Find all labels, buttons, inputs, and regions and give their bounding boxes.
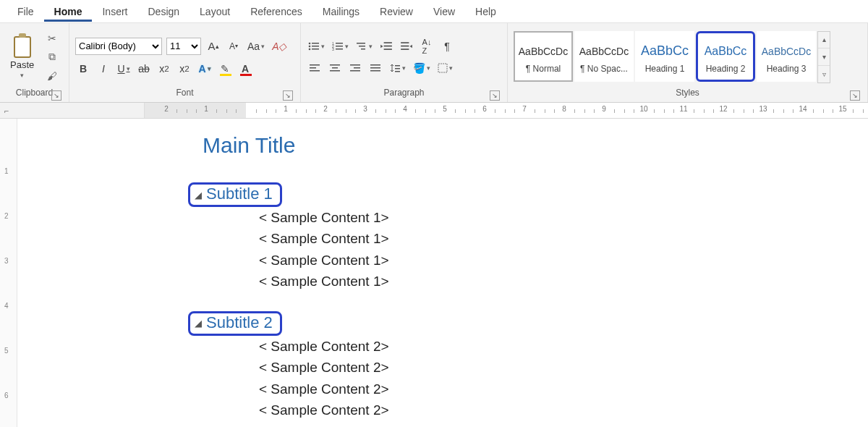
justify-button[interactable] bbox=[367, 60, 383, 76]
vertical-ruler[interactable]: 123456 bbox=[0, 119, 17, 427]
tab-file[interactable]: File bbox=[7, 1, 44, 21]
underline-button[interactable]: U bbox=[116, 61, 132, 77]
content-line[interactable]: < Sample Content 1> bbox=[259, 250, 796, 271]
svg-rect-29 bbox=[350, 64, 360, 66]
section-2: ◢ Subtitle 2 < Sample Content 2> < Sampl… bbox=[203, 311, 796, 421]
style-heading-3[interactable]: AaBbCcDc Heading 3 bbox=[757, 31, 816, 82]
content-line[interactable]: < Sample Content 2> bbox=[259, 379, 796, 399]
style-heading-1[interactable]: AaBbCc Heading 1 bbox=[635, 31, 694, 82]
tab-view[interactable]: View bbox=[423, 1, 465, 21]
content-line[interactable]: < Sample Content 1> bbox=[259, 207, 796, 228]
content-line[interactable]: < Sample Content 1> bbox=[259, 228, 796, 249]
decrease-font-icon[interactable]: A▾ bbox=[226, 38, 242, 54]
collapse-icon[interactable]: ◢ bbox=[195, 318, 202, 329]
content-line[interactable]: < Sample Content 2> bbox=[259, 399, 796, 420]
format-painter-icon[interactable]: 🖌 bbox=[46, 69, 59, 83]
subtitle-text[interactable]: Subtitle 2 bbox=[206, 313, 273, 332]
tab-review[interactable]: Review bbox=[370, 1, 423, 21]
ruler-corner: ⌐ bbox=[0, 103, 145, 118]
content-line[interactable]: < Sample Content 2> bbox=[259, 336, 796, 357]
align-right-button[interactable] bbox=[347, 60, 363, 76]
sort-button[interactable]: A↓Z bbox=[419, 38, 435, 54]
style-name-label: ¶ Normal bbox=[526, 64, 561, 74]
text-effects-button[interactable]: A bbox=[197, 61, 213, 77]
numbering-button[interactable]: 123 bbox=[331, 38, 350, 54]
style-heading-2[interactable]: AaBbCc Heading 2 bbox=[696, 31, 755, 82]
cut-icon[interactable]: ✂ bbox=[46, 32, 59, 45]
svg-rect-31 bbox=[350, 70, 360, 72]
style-name-label: ¶ No Spac... bbox=[580, 64, 628, 74]
bold-button[interactable]: B bbox=[75, 61, 91, 77]
svg-rect-34 bbox=[370, 70, 380, 72]
tab-references[interactable]: References bbox=[240, 1, 312, 21]
style-sample: AaBbCc bbox=[705, 39, 747, 64]
group-font-label: Font ↘ bbox=[75, 86, 294, 102]
paste-button[interactable]: Paste ▾ bbox=[6, 35, 38, 79]
svg-rect-3 bbox=[312, 46, 319, 47]
increase-indent-button[interactable] bbox=[399, 38, 414, 54]
line-spacing-button[interactable] bbox=[388, 60, 407, 76]
collapse-icon[interactable]: ◢ bbox=[195, 190, 202, 200]
tab-mailings[interactable]: Mailings bbox=[312, 1, 370, 21]
copy-icon[interactable]: ⧉ bbox=[46, 51, 59, 64]
svg-rect-27 bbox=[332, 67, 338, 69]
ribbon: Paste ▾ ✂ ⧉ 🖌 Clipboard ↘ Calibri (Body) bbox=[0, 23, 868, 103]
content-line[interactable]: < Sample Content 2> bbox=[259, 357, 796, 378]
bullets-button[interactable] bbox=[307, 38, 326, 54]
tab-design[interactable]: Design bbox=[137, 1, 190, 21]
tab-insert[interactable]: Insert bbox=[92, 1, 137, 21]
group-clipboard: Paste ▾ ✂ ⧉ 🖌 Clipboard ↘ bbox=[0, 23, 69, 102]
svg-rect-28 bbox=[330, 70, 340, 72]
svg-rect-32 bbox=[370, 64, 380, 66]
change-case-button[interactable]: Aa bbox=[246, 38, 266, 54]
clear-formatting-icon[interactable]: A◇ bbox=[271, 38, 288, 54]
horizontal-ruler[interactable]: 21123456789101112131415 bbox=[145, 103, 868, 118]
highlight-button[interactable]: ✎ bbox=[217, 61, 233, 77]
styles-scroll-up-icon[interactable]: ▴ bbox=[818, 32, 830, 49]
document-page[interactable]: Main Title ◢ Subtitle 1 < Sample Content… bbox=[145, 119, 854, 427]
show-paragraph-marks-button[interactable]: ¶ bbox=[439, 38, 455, 54]
tab-home[interactable]: Home bbox=[44, 1, 93, 22]
style-sample: AaBbCc bbox=[641, 39, 689, 64]
superscript-button[interactable]: x2 bbox=[176, 61, 192, 77]
svg-rect-23 bbox=[310, 64, 320, 66]
strikethrough-button[interactable]: ab bbox=[136, 61, 152, 77]
multilevel-list-button[interactable] bbox=[354, 38, 374, 54]
subtitle-text[interactable]: Subtitle 1 bbox=[206, 185, 273, 203]
clipboard-launcher-icon[interactable]: ↘ bbox=[51, 90, 61, 101]
tab-help[interactable]: Help bbox=[465, 1, 506, 21]
svg-rect-11 bbox=[336, 48, 343, 50]
decrease-indent-button[interactable] bbox=[378, 38, 394, 54]
group-paragraph: 123 A↓Z ¶ bbox=[301, 23, 508, 102]
styles-scroll-down-icon[interactable]: ▾ bbox=[818, 48, 830, 66]
svg-rect-19 bbox=[401, 42, 409, 43]
subtitle-1[interactable]: ◢ Subtitle 1 bbox=[188, 182, 282, 207]
font-name-select[interactable]: Calibri (Body) bbox=[75, 38, 162, 55]
font-color-button[interactable]: A bbox=[237, 61, 253, 77]
italic-button[interactable]: I bbox=[95, 61, 111, 77]
svg-marker-18 bbox=[380, 44, 383, 48]
shading-button[interactable]: 🪣 bbox=[412, 60, 432, 76]
tab-layout[interactable]: Layout bbox=[190, 1, 240, 21]
styles-launcher-icon[interactable]: ↘ bbox=[850, 90, 860, 101]
subscript-button[interactable]: x2 bbox=[156, 61, 172, 77]
increase-font-icon[interactable]: A▴ bbox=[205, 38, 221, 54]
paste-label: Paste bbox=[10, 59, 34, 70]
font-size-select[interactable]: 11 bbox=[166, 38, 201, 55]
style-normal[interactable]: AaBbCcDc ¶ Normal bbox=[514, 31, 573, 82]
subtitle-2[interactable]: ◢ Subtitle 2 bbox=[188, 311, 282, 336]
ruler-row: ⌐ 21123456789101112131415 bbox=[0, 103, 868, 119]
borders-button[interactable] bbox=[436, 60, 454, 76]
styles-expand-icon[interactable]: ▿ bbox=[818, 66, 830, 83]
svg-rect-20 bbox=[401, 45, 409, 46]
group-font: Calibri (Body) 11 A▴ A▾ Aa A◇ B I U ab x… bbox=[69, 23, 301, 102]
group-clipboard-label: Clipboard ↘ bbox=[6, 86, 63, 102]
style-no-spacing[interactable]: AaBbCcDc ¶ No Spac... bbox=[574, 31, 634, 82]
svg-rect-5 bbox=[312, 48, 319, 50]
paragraph-launcher-icon[interactable]: ↘ bbox=[490, 90, 500, 101]
document-title[interactable]: Main Title bbox=[203, 133, 796, 158]
content-line[interactable]: < Sample Content 1> bbox=[259, 271, 796, 292]
align-center-button[interactable] bbox=[327, 60, 343, 76]
align-left-button[interactable] bbox=[307, 60, 323, 76]
font-launcher-icon[interactable]: ↘ bbox=[283, 90, 293, 101]
